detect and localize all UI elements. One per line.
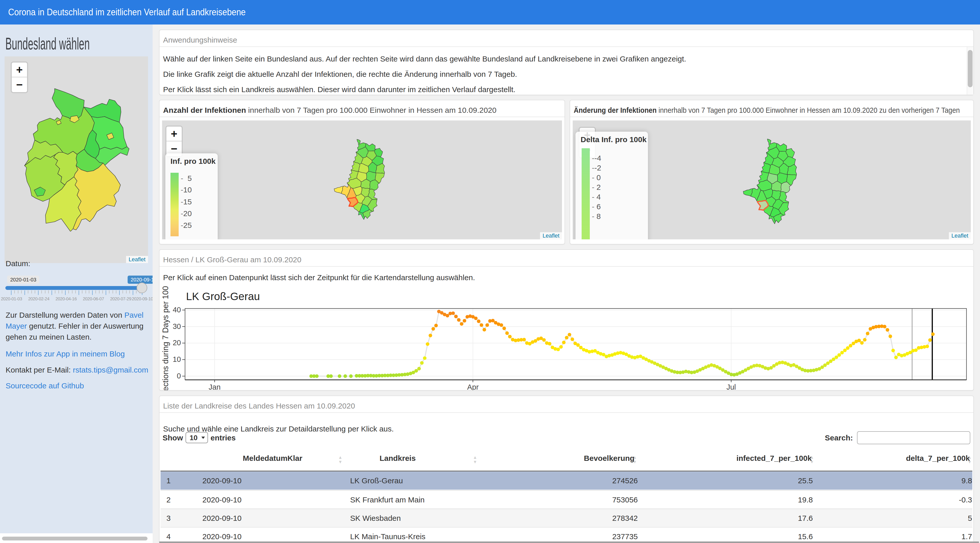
svg-text:20: 20 bbox=[173, 338, 181, 347]
svg-text:Jan: Jan bbox=[209, 383, 221, 391]
svg-text:Infections during 7 Days per 1: Infections during 7 Days per 100 bbox=[161, 286, 170, 391]
svg-text:Apr: Apr bbox=[467, 383, 479, 391]
svg-text:10: 10 bbox=[173, 355, 181, 364]
svg-text:40: 40 bbox=[173, 306, 181, 314]
svg-text:30: 30 bbox=[173, 322, 181, 330]
svg-text:LK Groß-Gerau: LK Groß-Gerau bbox=[186, 291, 260, 302]
svg-text:0: 0 bbox=[177, 372, 181, 380]
svg-text:Jul: Jul bbox=[726, 383, 736, 391]
